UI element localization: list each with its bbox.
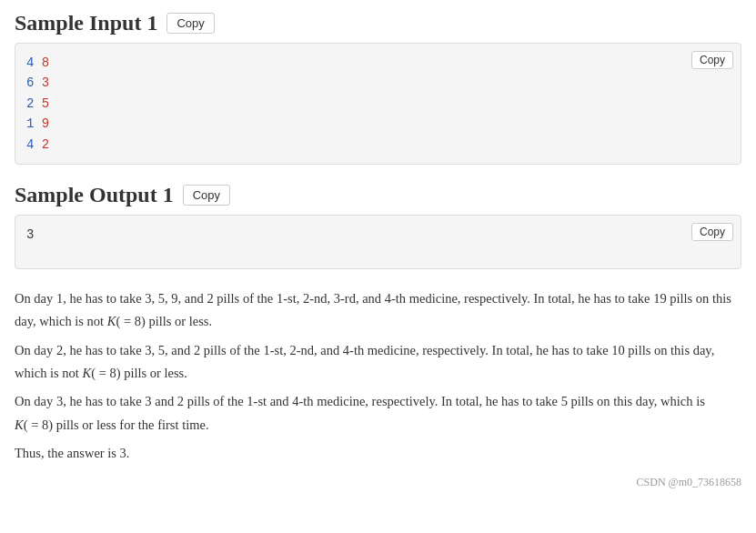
sample-input-title: Sample Input 1: [15, 11, 157, 35]
sample-input-content: 4 8 6 3 2 5 1 9 4 2: [26, 53, 730, 155]
explanation-paragraph-3: On day 3, he has to take 3 and 2 pills o…: [15, 390, 741, 437]
sample-input-copy-button[interactable]: Copy: [166, 13, 214, 34]
sample-input-copy-corner-button[interactable]: Copy: [691, 51, 733, 69]
sample-output-title: Sample Output 1: [15, 183, 174, 207]
sample-output-copy-button[interactable]: Copy: [183, 185, 230, 206]
sample-output-content: 3: [26, 225, 730, 245]
explanation-paragraph-1: On day 1, he has to take 3, 5, 9, and 2 …: [15, 287, 741, 334]
sample-input-section: Sample Input 1 Copy Copy 4 8 6 3 2 5 1 9…: [15, 11, 741, 165]
sample-output-section: Sample Output 1 Copy Copy 3: [15, 183, 741, 269]
explanation-section: On day 1, he has to take 3, 5, 9, and 2 …: [15, 287, 741, 492]
watermark: CSDN @m0_73618658: [15, 473, 741, 492]
sample-input-code-block: Copy 4 8 6 3 2 5 1 9 4 2: [15, 43, 741, 165]
explanation-conclusion: Thus, the answer is 3.: [15, 442, 741, 465]
sample-output-code-block: Copy 3: [15, 215, 741, 269]
sample-output-copy-corner-button[interactable]: Copy: [691, 223, 733, 241]
sample-input-header: Sample Input 1 Copy: [15, 11, 741, 35]
sample-output-header: Sample Output 1 Copy: [15, 183, 741, 207]
explanation-paragraph-2: On day 2, he has to take 3, 5, and 2 pil…: [15, 339, 741, 386]
